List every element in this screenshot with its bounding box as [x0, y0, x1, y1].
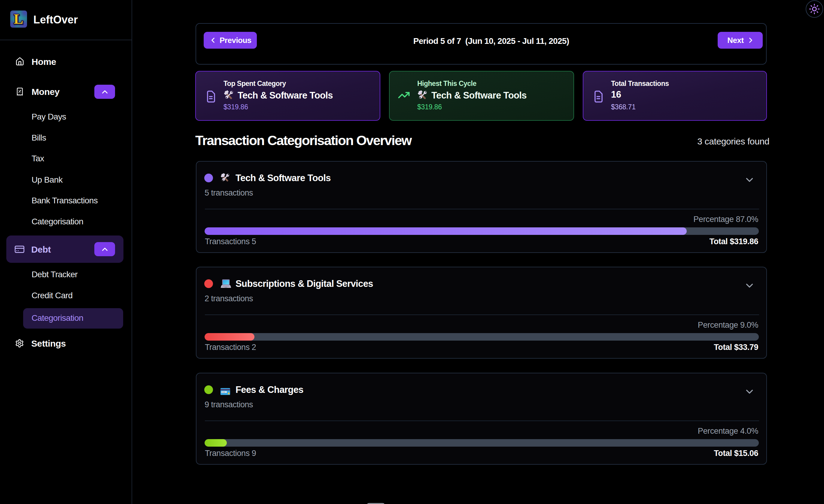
svg-text:L: L — [14, 11, 23, 27]
